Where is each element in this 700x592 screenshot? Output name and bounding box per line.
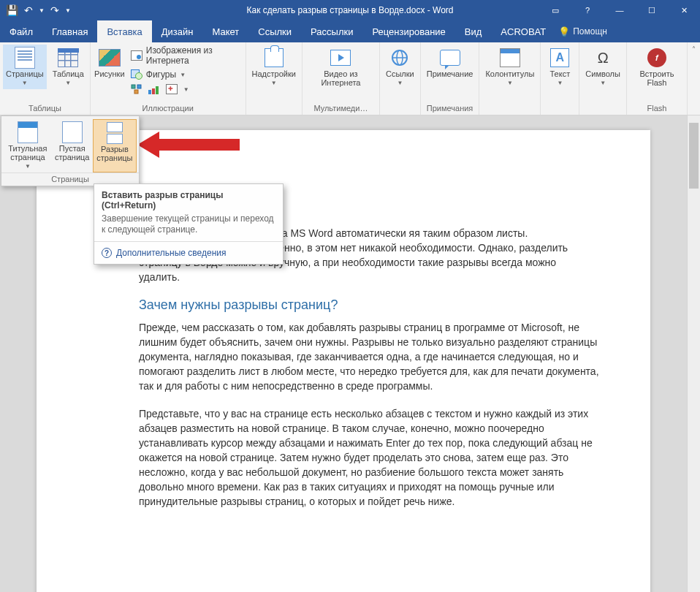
undo-dropdown-icon[interactable]: ▼ [39, 7, 45, 14]
tooltip-body: Завершение текущей страницы и переход к … [94, 213, 283, 241]
chart-button[interactable] [148, 83, 160, 95]
group-label-media: Мультимеди… [305, 102, 376, 115]
header-footer-button[interactable]: Колонтитулы ▼ [482, 45, 537, 89]
maximize-button[interactable]: ☐ [636, 0, 668, 20]
qat-customize-icon[interactable]: ▼ [65, 7, 71, 14]
pictures-button[interactable]: Рисунки [94, 45, 126, 80]
chevron-down-icon: ▼ [397, 79, 403, 88]
header-label: Колонтитулы [485, 69, 534, 78]
online-pictures-label: Изображения из Интернета [146, 45, 240, 66]
text-label: Текст [549, 69, 570, 78]
help-icon[interactable]: ? [571, 0, 604, 20]
window-title: Как сделать разрыв страницы в Ворде.docx… [246, 5, 453, 15]
tooltip-more-info-link[interactable]: ? Дополнительные сведения [94, 241, 283, 264]
ribbon-options-icon[interactable]: ▭ [539, 0, 571, 20]
chevron-down-icon: ▼ [557, 79, 563, 88]
chevron-down-icon: ▼ [180, 72, 186, 78]
page-break-label: Разрыв страницы [96, 145, 133, 162]
close-button[interactable]: ✕ [668, 0, 700, 20]
pictures-label: Рисунки [94, 69, 125, 78]
smartart-icon [131, 84, 142, 94]
quick-access-toolbar: 💾 ↶ ▼ ↷ ▼ [0, 4, 71, 16]
chevron-down-icon: ▼ [600, 79, 606, 88]
tab-acrobat[interactable]: ACROBAT [491, 20, 555, 42]
titlebar: 💾 ↶ ▼ ↷ ▼ Как сделать разрыв страницы в … [0, 0, 700, 20]
tab-view[interactable]: Вид [455, 20, 492, 42]
tab-file[interactable]: Файл [0, 20, 42, 42]
redo-icon[interactable]: ↷ [50, 4, 59, 16]
pictures-icon [99, 49, 121, 67]
online-pictures-icon [131, 50, 142, 61]
flash-label: Встроить Flash [633, 69, 681, 87]
tab-layout[interactable]: Макет [202, 20, 248, 42]
shapes-button[interactable]: Фигуры ▼ [129, 68, 243, 81]
ribbon-tabs: Файл Главная Вставка Дизайн Макет Ссылки… [0, 20, 700, 42]
comment-button[interactable]: Примечание [424, 45, 476, 80]
group-label-flash: Flash [630, 102, 684, 115]
addins-icon [265, 48, 284, 67]
chevron-down-icon: ▼ [25, 162, 31, 171]
addins-button[interactable]: Надстройки ▼ [249, 45, 299, 89]
online-video-button[interactable]: Видео из Интернета [305, 45, 376, 88]
shapes-label: Фигуры [146, 69, 176, 80]
pages-dropdown: Титульная страница ▼ Пустая страница Раз… [1, 115, 140, 186]
table-button[interactable]: Таблица ▼ [50, 45, 87, 89]
help-circle-icon: ? [102, 248, 112, 258]
collapse-ribbon-icon[interactable]: ˄ [688, 42, 700, 115]
chevron-down-icon: ▼ [183, 86, 189, 93]
undo-icon[interactable]: ↶ [24, 4, 33, 16]
chevron-down-icon: ▼ [507, 79, 513, 88]
video-label: Видео из Интернета [308, 69, 373, 87]
tab-review[interactable]: Рецензирование [362, 20, 454, 42]
screenshot-icon [166, 84, 178, 94]
symbols-button[interactable]: Ω Символы ▼ [582, 45, 623, 89]
pages-label: Страницы [6, 69, 44, 78]
text-icon: A [550, 48, 569, 67]
chevron-down-icon: ▼ [22, 79, 28, 88]
flash-button[interactable]: f Встроить Flash [630, 45, 684, 88]
scrollbar-thumb[interactable] [689, 123, 699, 189]
smartart-button[interactable] [131, 83, 142, 95]
cover-page-label: Титульная страница [7, 144, 49, 162]
doc-heading-2: Зачем нужны разрывы страниц? [139, 297, 599, 313]
svg-rect-0 [132, 85, 135, 88]
tab-insert[interactable]: Вставка [97, 20, 151, 42]
vertical-scrollbar[interactable] [687, 115, 700, 592]
links-label: Ссылки [386, 69, 414, 78]
doc-paragraph-3: Представьте, что у вас на странице есть … [139, 406, 599, 509]
omega-icon: Ω [593, 48, 612, 67]
header-icon [500, 48, 520, 67]
text-button[interactable]: A Текст ▼ [544, 45, 576, 89]
save-icon[interactable]: 💾 [6, 4, 18, 16]
svg-marker-6 [137, 132, 240, 158]
online-pictures-button[interactable]: Изображения из Интернета [129, 45, 243, 67]
tab-home[interactable]: Главная [42, 20, 97, 42]
doc-paragraph-2: Прежде, чем рассказать о том, как добавл… [139, 320, 599, 393]
cover-page-button[interactable]: Титульная страница ▼ [4, 119, 52, 172]
svg-rect-1 [137, 85, 141, 88]
blank-page-label: Пустая страница [55, 144, 90, 162]
chevron-down-icon: ▼ [271, 79, 277, 88]
addins-label: Надстройки [252, 69, 296, 78]
blank-page-icon [62, 121, 83, 143]
blank-page-button[interactable]: Пустая страница [52, 119, 93, 172]
ribbon: Страницы ▼ Таблица ▼ Таблицы Рисунки Изо… [0, 42, 700, 115]
page-break-tooltip: Вставить разрыв страницы (Ctrl+Return) З… [94, 183, 284, 265]
links-button[interactable]: Ссылки ▼ [383, 45, 417, 89]
tell-me-search[interactable]: 💡 Помощн [558, 20, 607, 42]
page-break-button[interactable]: Разрыв страницы [93, 119, 137, 172]
tooltip-link-label: Дополнительные сведения [116, 248, 226, 258]
tab-design[interactable]: Дизайн [152, 20, 203, 42]
group-label-tables: Таблицы [3, 102, 87, 115]
group-label-addins [249, 111, 299, 115]
minimize-button[interactable]: — [604, 0, 636, 20]
link-icon [390, 48, 409, 67]
symbols-label: Символы [585, 69, 620, 78]
table-label: Таблица [53, 69, 84, 78]
tab-references[interactable]: Ссылки [248, 20, 301, 42]
pages-button[interactable]: Страницы ▼ [3, 45, 47, 89]
cover-page-icon [18, 121, 38, 143]
tab-mailings[interactable]: Рассылки [301, 20, 362, 42]
screenshot-button[interactable] [166, 83, 178, 95]
svg-rect-2 [134, 90, 138, 94]
